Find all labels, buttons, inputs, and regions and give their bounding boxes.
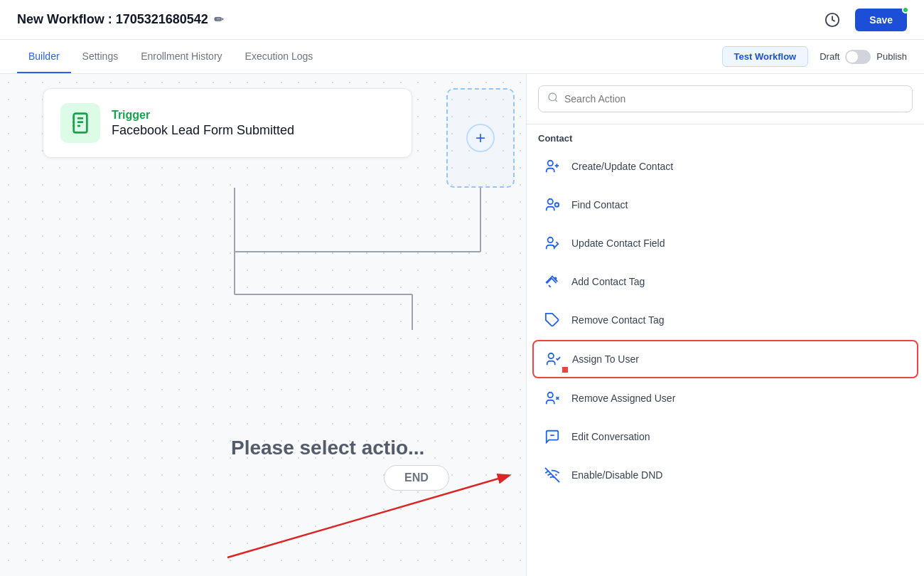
publish-label: Publish [876, 51, 907, 62]
svg-line-20 [558, 206, 559, 206]
test-workflow-button[interactable]: Test Workflow [722, 46, 809, 67]
trigger-icon-wrap [60, 103, 100, 143]
svg-point-13 [549, 93, 557, 101]
remove-user-icon [542, 388, 563, 409]
trigger-node[interactable]: Trigger Facebook Lead Form Submitted [43, 88, 412, 158]
action-label: Edit Conversation [571, 431, 650, 442]
red-dot-indicator [562, 367, 568, 373]
action-assign-to-user[interactable]: Assign To User [532, 340, 918, 378]
action-find-contact[interactable]: Find Contact [532, 186, 918, 223]
action-enable-disable-dnd[interactable]: Enable/Disable DND [532, 457, 918, 494]
unsaved-indicator [902, 6, 909, 14]
remove-tag-icon [542, 309, 563, 331]
search-icon [547, 92, 559, 106]
tabs-right: Test Workflow Draft Publish [722, 46, 907, 67]
add-tag-icon [542, 271, 563, 292]
find-contact-icon [542, 194, 563, 215]
svg-point-21 [548, 238, 553, 242]
action-label: Assign To User [572, 353, 639, 365]
action-label: Remove Contact Tag [571, 314, 664, 326]
action-create-update-contact[interactable]: Create/Update Contact [532, 148, 918, 185]
search-input-wrap [538, 85, 913, 112]
workflow-title: New Workflow : 1705321680542 [17, 12, 208, 27]
trigger-label: Trigger [112, 109, 294, 122]
action-label: Remove Assigned User [571, 393, 675, 404]
update-contact-icon [542, 233, 563, 254]
trigger-icon [69, 112, 92, 134]
header: New Workflow : 1705321680542 ✏ Save [0, 0, 924, 40]
publish-toggle-group: Draft Publish [820, 50, 907, 64]
tab-execution-logs[interactable]: Execution Logs [234, 41, 325, 73]
workflow-title-group: New Workflow : 1705321680542 ✏ [17, 12, 223, 27]
action-remove-contact-tag[interactable]: Remove Contact Tag [532, 302, 918, 338]
right-panel: Contact Create/Update Contact [526, 74, 924, 576]
action-label: Add Contact Tag [571, 276, 645, 287]
assign-user-icon [542, 348, 564, 370]
trigger-sub: Facebook Lead Form Submitted [112, 123, 294, 138]
publish-toggle[interactable] [845, 50, 871, 64]
edit-icon[interactable]: ✏ [214, 13, 223, 26]
draft-label: Draft [820, 51, 839, 62]
history-icon[interactable] [821, 9, 844, 31]
action-label: Create/Update Contact [571, 161, 673, 172]
action-add-contact-tag[interactable]: Add Contact Tag [532, 263, 918, 300]
svg-line-12 [227, 476, 508, 558]
search-box [527, 74, 924, 124]
tab-builder[interactable]: Builder [17, 41, 71, 73]
trigger-text: Trigger Facebook Lead Form Submitted [112, 109, 294, 138]
action-label: Update Contact Field [571, 238, 665, 249]
tabs-bar: Builder Settings Enrollment History Exec… [0, 40, 924, 74]
svg-line-14 [555, 100, 557, 102]
svg-point-24 [549, 353, 554, 358]
tabs-left: Builder Settings Enrollment History Exec… [17, 41, 324, 73]
tab-settings[interactable]: Settings [71, 41, 130, 73]
action-update-contact-field[interactable]: Update Contact Field [532, 225, 918, 262]
save-button[interactable]: Save [855, 9, 907, 31]
create-contact-icon [542, 156, 563, 177]
action-remove-assigned-user[interactable]: Remove Assigned User [532, 380, 918, 417]
edit-conversation-icon [542, 426, 563, 447]
svg-point-15 [548, 161, 553, 166]
search-input[interactable] [564, 93, 903, 105]
action-label: Find Contact [571, 199, 628, 210]
add-action-box[interactable]: + [446, 88, 515, 188]
tab-enrollment-history[interactable]: Enrollment History [129, 41, 233, 73]
select-action-text: Please select actio... [231, 437, 424, 459]
main-content: Trigger Facebook Lead Form Submitted + P… [0, 74, 924, 576]
svg-point-25 [548, 393, 553, 398]
svg-point-18 [548, 199, 553, 204]
header-right: Save [821, 9, 907, 31]
toggle-knob [847, 51, 858, 63]
end-node: END [384, 465, 449, 491]
action-edit-conversation[interactable]: Edit Conversation [532, 418, 918, 455]
workflow-canvas[interactable]: Trigger Facebook Lead Form Submitted + P… [0, 74, 526, 576]
add-step-button[interactable]: + [466, 124, 495, 152]
section-contact-label: Contact [532, 124, 918, 148]
action-label: Enable/Disable DND [571, 469, 662, 481]
action-list: Contact Create/Update Contact [527, 124, 924, 576]
svg-point-22 [554, 277, 557, 280]
dnd-icon [542, 464, 563, 486]
